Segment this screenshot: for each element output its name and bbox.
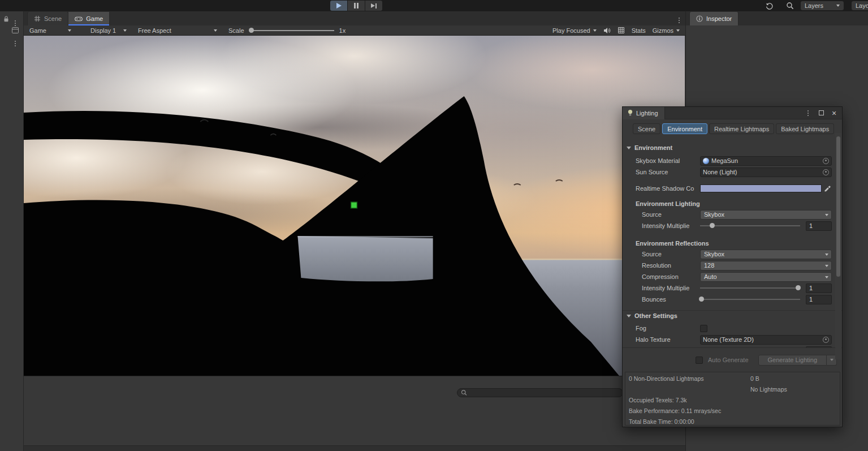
halo-texture-field[interactable]: None (Texture 2D) — [700, 335, 832, 345]
environment-lighting-header: Environment Lighting — [623, 199, 842, 209]
object-picker-icon[interactable] — [823, 337, 829, 343]
reflections-compression-row: Compression Auto — [623, 271, 842, 282]
chevron-down-icon — [68, 29, 71, 32]
aspect-ratio-dropdown[interactable]: Free Aspect — [135, 25, 221, 36]
chevron-down-icon — [123, 29, 127, 32]
material-icon — [703, 158, 709, 164]
slider-thumb[interactable] — [699, 297, 704, 302]
lighting-scrollbar[interactable] — [835, 133, 841, 359]
display-dropdown[interactable]: Display 1 — [87, 25, 130, 36]
maximize-icon[interactable] — [818, 109, 824, 117]
reflections-resolution-row: Resolution 128 — [623, 260, 842, 271]
search-icon[interactable] — [785, 1, 794, 10]
bird — [556, 180, 563, 181]
pane-icon[interactable] — [12, 27, 19, 33]
scrollbar-thumb[interactable] — [836, 136, 840, 277]
reflections-intensity-slider[interactable] — [700, 287, 800, 289]
bottom-panel — [24, 376, 685, 451]
tab-scene-label: Scene — [44, 15, 62, 22]
tab-scene[interactable]: Scene — [27, 12, 68, 25]
chevron-down-icon — [825, 276, 828, 278]
game-object-marker — [351, 202, 357, 208]
lightbulb-icon — [627, 109, 633, 117]
tab-inspector[interactable]: Inspector — [689, 12, 739, 25]
scale-slider-thumb[interactable] — [249, 28, 254, 33]
object-picker-icon[interactable] — [823, 169, 829, 175]
object-picker-icon[interactable] — [823, 158, 829, 164]
stat-occupied-texels: Occupied Texels: 7.3k — [629, 397, 687, 403]
lighting-scroll-area: Environment Skybox Material MegaSun Sun … — [623, 143, 842, 348]
play-focused-dropdown[interactable]: Play Focused — [552, 27, 597, 34]
window-menu-icon[interactable] — [805, 109, 811, 117]
generate-lighting-button[interactable]: Generate Lighting — [758, 355, 837, 366]
vsync-grid-icon[interactable] — [617, 27, 625, 34]
resolution-dropdown[interactable]: 128 — [700, 261, 832, 270]
menu-dots-icon[interactable] — [15, 18, 16, 25]
project-search-input[interactable] — [469, 389, 619, 396]
scale-value: 1x — [339, 27, 346, 34]
lock-icon[interactable] — [3, 15, 10, 23]
eyedropper-icon[interactable] — [822, 185, 833, 192]
layers-label: Layers — [805, 2, 823, 9]
intensity-value-field[interactable]: 1 — [806, 221, 832, 231]
game-view-dropdown[interactable]: Game — [26, 25, 75, 36]
close-icon[interactable]: × — [831, 109, 837, 117]
chevron-down-icon — [836, 5, 840, 7]
sun-source-field[interactable]: None (Light) — [700, 167, 832, 177]
skybox-material-field[interactable]: MegaSun — [700, 156, 832, 166]
stats-button[interactable]: Stats — [632, 27, 646, 34]
mute-audio-icon[interactable] — [603, 27, 611, 34]
stat-bake-performance: Bake Performance: 0.11 mrays/sec — [629, 407, 721, 414]
step-button[interactable] — [365, 1, 382, 11]
slider-thumb[interactable] — [796, 285, 801, 290]
step-icon — [371, 3, 377, 8]
project-searchbox[interactable] — [457, 388, 623, 397]
other-settings-header[interactable]: Other Settings — [623, 310, 842, 320]
reflections-source-dropdown[interactable]: Skybox — [700, 250, 832, 259]
stat-total-bake-time: Total Bake Time: 0:00:00 — [629, 418, 694, 425]
play-button[interactable] — [330, 1, 347, 11]
intensity-slider[interactable] — [700, 225, 800, 226]
auto-generate-checkbox[interactable] — [696, 356, 703, 364]
status-strip — [24, 445, 685, 451]
pause-button[interactable] — [348, 1, 365, 11]
skybox-material-row: Skybox Material MegaSun — [623, 155, 842, 166]
game-toolbar-right: Play Focused Stats Gizmos — [552, 27, 683, 34]
lighting-tab-scene[interactable]: Scene — [633, 123, 660, 134]
bounces-value-field[interactable]: 1 — [806, 295, 832, 304]
lighting-tab-realtime-lightmaps[interactable]: Realtime Lightmaps — [709, 123, 774, 134]
lighting-tab-baked-lightmaps[interactable]: Baked Lightmaps — [776, 123, 834, 134]
chevron-down-icon — [825, 265, 828, 267]
environment-section-header[interactable]: Environment — [623, 143, 842, 153]
lighting-title-tab[interactable]: Lighting — [623, 107, 665, 119]
foldout-icon — [627, 147, 631, 149]
slider-thumb[interactable] — [710, 223, 715, 228]
undo-history-icon[interactable] — [765, 1, 774, 10]
env-lighting-intensity-row: Intensity Multiplie 1 — [623, 220, 842, 231]
layout-dropdown[interactable]: Layout — [852, 1, 868, 10]
fog-checkbox[interactable] — [700, 325, 707, 332]
gizmos-dropdown[interactable]: Gizmos — [653, 27, 680, 34]
info-icon — [696, 15, 703, 22]
bounces-slider[interactable] — [700, 299, 800, 300]
layers-dropdown[interactable]: Layers — [801, 1, 844, 10]
menu-dots-icon[interactable] — [15, 38, 16, 45]
tabbar-menu-icon[interactable] — [679, 15, 680, 22]
shadow-color-swatch[interactable] — [700, 184, 822, 192]
lighting-footer: Auto Generate Generate Lighting — [623, 348, 842, 372]
reflections-intensity-value-field[interactable]: 1 — [806, 284, 832, 293]
main-toolbar: Layers Layout — [0, 0, 868, 11]
scale-control: Scale 1x — [228, 27, 346, 34]
lighting-tab-environment[interactable]: Environment — [662, 123, 707, 134]
tab-game[interactable]: Game — [68, 12, 110, 25]
window-controls: × — [805, 109, 842, 117]
scale-slider[interactable] — [249, 30, 334, 31]
chevron-down-icon — [214, 29, 217, 32]
game-viewport[interactable] — [24, 36, 685, 376]
compression-dropdown[interactable]: Auto — [700, 272, 832, 282]
foldout-icon — [627, 315, 631, 317]
fog-row: Fog — [623, 323, 842, 334]
chevron-down-icon — [825, 254, 828, 256]
env-lighting-source-dropdown[interactable]: Skybox — [700, 210, 832, 220]
gap-water — [297, 236, 433, 281]
